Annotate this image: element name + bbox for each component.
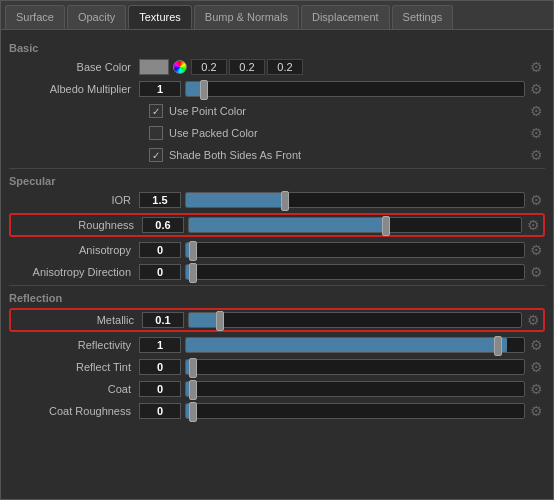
albedo-slider[interactable]: [185, 81, 525, 97]
color-picker-dot[interactable]: [173, 60, 187, 74]
reflectivity-slider[interactable]: [185, 337, 525, 353]
metallic-content: 0.1: [142, 312, 522, 328]
base-color-b[interactable]: 0.2: [267, 59, 303, 75]
specular-section-header: Specular: [9, 175, 545, 187]
ior-label: IOR: [9, 194, 139, 206]
coat-roughness-value[interactable]: 0: [139, 403, 181, 419]
metallic-highlight: Metallic 0.1 ⚙: [9, 308, 545, 332]
anisotropy-label: Anisotropy: [9, 244, 139, 256]
roughness-gear[interactable]: ⚙: [524, 216, 542, 234]
albedo-row: Albedo Multiplier 1 ⚙: [9, 80, 545, 98]
base-color-swatch[interactable]: [139, 59, 169, 75]
coat-value[interactable]: 0: [139, 381, 181, 397]
albedo-gear[interactable]: ⚙: [527, 80, 545, 98]
tab-textures[interactable]: Textures: [128, 5, 192, 29]
reflect-tint-content: 0: [139, 359, 525, 375]
coat-row: Coat 0 ⚙: [9, 380, 545, 398]
base-color-row: Base Color 0.2 0.2 0.2 ⚙: [9, 58, 545, 76]
reflectivity-label: Reflectivity: [9, 339, 139, 351]
base-color-label: Base Color: [9, 61, 139, 73]
coat-content: 0: [139, 381, 525, 397]
anisotropy-direction-gear[interactable]: ⚙: [527, 263, 545, 281]
basic-divider: [9, 168, 545, 169]
use-packed-color-row: Use Packed Color ⚙: [9, 124, 545, 142]
metallic-label: Metallic: [12, 314, 142, 326]
anisotropy-value[interactable]: 0: [139, 242, 181, 258]
anisotropy-direction-thumb[interactable]: [189, 263, 197, 283]
coat-slider[interactable]: [185, 381, 525, 397]
coat-gear[interactable]: ⚙: [527, 380, 545, 398]
base-color-g[interactable]: 0.2: [229, 59, 265, 75]
ior-thumb[interactable]: [281, 191, 289, 211]
metallic-slider[interactable]: [188, 312, 522, 328]
metallic-value[interactable]: 0.1: [142, 312, 184, 328]
use-packed-color-check[interactable]: [149, 126, 163, 140]
base-color-gear[interactable]: ⚙: [527, 58, 545, 76]
coat-thumb[interactable]: [189, 380, 197, 400]
tab-bar: Surface Opacity Textures Bump & Normals …: [1, 1, 553, 30]
reflect-tint-value[interactable]: 0: [139, 359, 181, 375]
basic-section-header: Basic: [9, 42, 545, 54]
anisotropy-row: Anisotropy 0 ⚙: [9, 241, 545, 259]
reflect-tint-row: Reflect Tint 0 ⚙: [9, 358, 545, 376]
tab-displacement[interactable]: Displacement: [301, 5, 390, 29]
ior-content: 1.5: [139, 192, 525, 208]
metallic-gear[interactable]: ⚙: [524, 311, 542, 329]
albedo-content: 1: [139, 81, 525, 97]
shade-both-sides-label: Shade Both Sides As Front: [169, 149, 301, 161]
reflectivity-thumb[interactable]: [494, 336, 502, 356]
shade-both-sides-check[interactable]: [149, 148, 163, 162]
anisotropy-direction-value[interactable]: 0: [139, 264, 181, 280]
ior-row: IOR 1.5 ⚙: [9, 191, 545, 209]
ior-gear[interactable]: ⚙: [527, 191, 545, 209]
coat-roughness-slider[interactable]: [185, 403, 525, 419]
anisotropy-direction-slider[interactable]: [185, 264, 525, 280]
reflect-tint-slider[interactable]: [185, 359, 525, 375]
coat-roughness-row: Coat Roughness 0 ⚙: [9, 402, 545, 420]
anisotropy-direction-label: Anisotropy Direction: [9, 266, 139, 278]
tab-settings[interactable]: Settings: [392, 5, 454, 29]
content-area: Basic Base Color 0.2 0.2 0.2 ⚙ Albedo Mu…: [1, 30, 553, 498]
tab-bump-normals[interactable]: Bump & Normals: [194, 5, 299, 29]
roughness-row: Roughness 0.6 ⚙: [12, 216, 542, 234]
roughness-thumb[interactable]: [382, 216, 390, 236]
roughness-value[interactable]: 0.6: [142, 217, 184, 233]
ior-fill: [186, 193, 287, 207]
coat-roughness-label: Coat Roughness: [9, 405, 139, 417]
coat-roughness-thumb[interactable]: [189, 402, 197, 422]
shade-both-sides-gear[interactable]: ⚙: [527, 146, 545, 164]
coat-roughness-gear[interactable]: ⚙: [527, 402, 545, 420]
anisotropy-content: 0: [139, 242, 525, 258]
tab-opacity[interactable]: Opacity: [67, 5, 126, 29]
shade-both-sides-row: Shade Both Sides As Front ⚙: [9, 146, 545, 164]
anisotropy-slider[interactable]: [185, 242, 525, 258]
coat-label: Coat: [9, 383, 139, 395]
roughness-slider[interactable]: [188, 217, 522, 233]
reflect-tint-gear[interactable]: ⚙: [527, 358, 545, 376]
anisotropy-direction-content: 0: [139, 264, 525, 280]
use-point-color-gear[interactable]: ⚙: [527, 102, 545, 120]
albedo-value[interactable]: 1: [139, 81, 181, 97]
albedo-thumb[interactable]: [200, 80, 208, 100]
anisotropy-gear[interactable]: ⚙: [527, 241, 545, 259]
use-point-color-row: Use Point Color ⚙: [9, 102, 545, 120]
reflectivity-content: 1: [139, 337, 525, 353]
base-color-content: 0.2 0.2 0.2: [139, 59, 525, 75]
reflectivity-gear[interactable]: ⚙: [527, 336, 545, 354]
reflect-tint-label: Reflect Tint: [9, 361, 139, 373]
anisotropy-thumb[interactable]: [189, 241, 197, 261]
metallic-thumb[interactable]: [216, 311, 224, 331]
reflectivity-value[interactable]: 1: [139, 337, 181, 353]
albedo-label: Albedo Multiplier: [9, 83, 139, 95]
use-point-color-check[interactable]: [149, 104, 163, 118]
tab-surface[interactable]: Surface: [5, 5, 65, 29]
reflection-section-header: Reflection: [9, 292, 545, 304]
ior-value[interactable]: 1.5: [139, 192, 181, 208]
reflectivity-row: Reflectivity 1 ⚙: [9, 336, 545, 354]
ior-slider[interactable]: [185, 192, 525, 208]
use-packed-color-gear[interactable]: ⚙: [527, 124, 545, 142]
reflect-tint-thumb[interactable]: [189, 358, 197, 378]
anisotropy-direction-row: Anisotropy Direction 0 ⚙: [9, 263, 545, 281]
roughness-fill: [189, 218, 388, 232]
base-color-r[interactable]: 0.2: [191, 59, 227, 75]
